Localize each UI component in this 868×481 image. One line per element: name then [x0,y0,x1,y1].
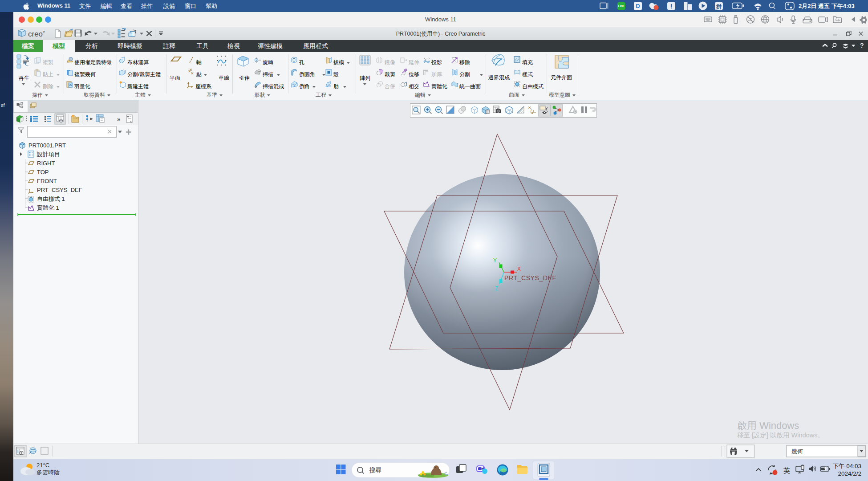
svg-text:設計項目: 設計項目 [37,151,60,158]
svg-text:»: » [117,116,120,122]
svg-text:X: X [517,266,521,272]
svg-text:倒角: 倒角 [299,83,310,90]
svg-text:引伸: 引伸 [239,75,250,81]
svg-text:PRT_CSYS_DEF: PRT_CSYS_DEF [504,274,556,281]
svg-text:PRT_CSYS_DEF: PRT_CSYS_DEF [37,187,82,193]
svg-text:形狀: 形狀 [254,92,265,98]
svg-text:統一曲面: 統一曲面 [459,83,481,90]
svg-text:FRONT: FRONT [37,178,57,184]
svg-text:拔模: 拔模 [333,59,344,65]
svg-text:新建主體: 新建主體 [127,83,149,90]
svg-text:再生: 再生 [19,75,29,81]
svg-text:倒圓角: 倒圓角 [299,71,315,77]
svg-text:自由樣式: 自由樣式 [522,83,544,90]
svg-text:搜尋: 搜尋 [369,467,381,473]
svg-text:✕: ✕ [189,68,193,72]
svg-text:操作: 操作 [32,92,43,98]
svg-text:座標系: 座標系 [195,83,211,90]
svg-text:複製幾何: 複製幾何 [74,71,96,77]
svg-text:相交: 相交 [409,83,419,90]
svg-text:旋轉: 旋轉 [263,59,273,65]
svg-text:刪除: 刪除 [43,83,53,90]
svg-text:編輯: 編輯 [414,92,426,98]
svg-text:TOP: TOP [37,169,49,175]
svg-text:工程: 工程 [316,92,326,98]
svg-text:分割: 分割 [459,71,470,77]
svg-text:實體化 1: 實體化 1 [37,204,59,211]
svg-text:軸: 軸 [196,59,202,65]
svg-text:移至 [設定] 以啟用 Windows。: 移至 [設定] 以啟用 Windows。 [737,432,824,439]
svg-text:主體: 主體 [135,92,146,98]
svg-text:平面: 平面 [170,75,180,81]
svg-text:複製: 複製 [43,59,53,65]
svg-text:邊界混成: 邊界混成 [488,74,510,81]
svg-text:裁剪: 裁剪 [385,71,395,77]
svg-text:孔: 孔 [299,59,304,65]
svg-text:草繪: 草繪 [219,75,229,81]
svg-text:加厚: 加厚 [431,71,442,77]
svg-text:分割/裁剪主體: 分割/裁剪主體 [127,71,161,77]
svg-text:Z: Z [495,285,498,292]
svg-text:LINE: LINE [618,4,625,8]
svg-text:移除: 移除 [459,59,470,65]
svg-text:啟用 Windows: 啟用 Windows [737,420,799,431]
svg-text:RIGHT: RIGHT [37,160,55,167]
svg-text:合併: 合併 [385,83,395,90]
svg-text:點: 點 [196,71,202,77]
svg-text:羽量化: 羽量化 [74,83,90,90]
svg-text:模型意圖: 模型意圖 [549,92,570,98]
svg-text:下午 04:03: 下午 04:03 [832,463,861,469]
svg-text:21°C: 21°C [37,462,49,469]
svg-text:延伸: 延伸 [408,59,419,65]
svg-text:英: 英 [783,467,790,474]
svg-text:PRT0001.PRT: PRT0001.PRT [28,142,66,149]
svg-text:實體化: 實體化 [431,83,447,90]
svg-text:陣列: 陣列 [360,75,370,81]
svg-text:2024/2/2: 2024/2/2 [838,470,861,477]
svg-text:鏡像: 鏡像 [385,59,395,65]
svg-text:取得資料: 取得資料 [84,92,105,98]
svg-text:拼: 拼 [716,4,722,10]
svg-text:元件介面: 元件介面 [551,74,572,81]
svg-text:自由樣式 1: 自由樣式 1 [37,196,65,202]
svg-text:貼上: 貼上 [43,71,53,77]
svg-text:使用者定義特徵: 使用者定義特徵 [74,59,112,65]
svg-text:殼: 殼 [333,71,339,77]
svg-text:?: ? [860,42,864,49]
svg-text:掃描混成: 掃描混成 [263,83,284,90]
svg-text:基準: 基準 [207,92,217,98]
svg-text:肋: 肋 [333,83,339,90]
svg-text:布林運算: 布林運算 [127,59,149,65]
svg-text:幾何: 幾何 [791,448,803,455]
svg-text:樣式: 樣式 [522,71,533,77]
svg-text:多雲時陰: 多雲時陰 [37,469,60,476]
svg-text:位移: 位移 [409,71,419,77]
svg-text:!: ! [670,3,673,10]
svg-text:掃描: 掃描 [263,71,273,77]
svg-text:Y: Y [493,257,497,264]
svg-text:D: D [636,3,640,9]
svg-text:曲面: 曲面 [509,92,519,98]
svg-text:填充: 填充 [522,59,533,65]
svg-text:投影: 投影 [431,59,442,65]
